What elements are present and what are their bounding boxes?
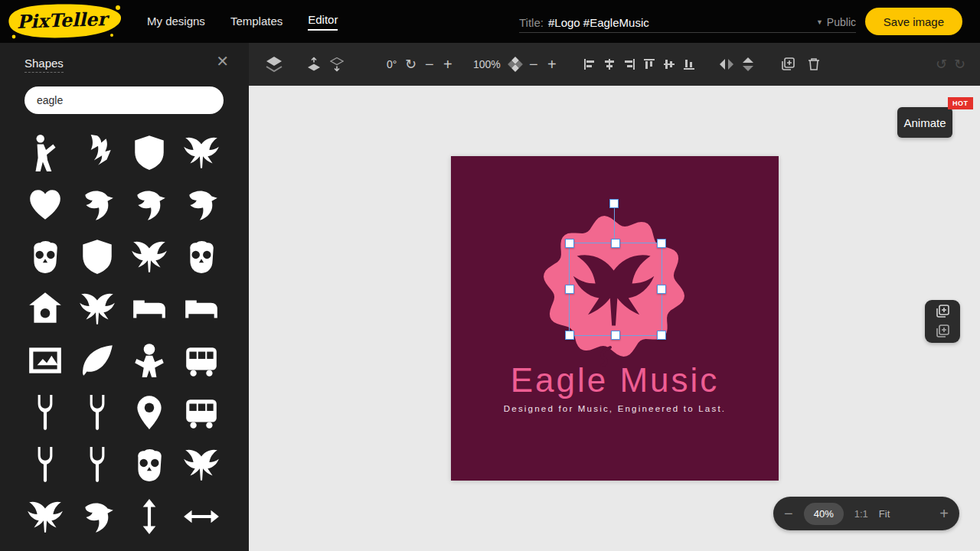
shape-eagle-claw[interactable] <box>75 130 119 174</box>
shape-owl-on-branch[interactable] <box>179 234 224 279</box>
visibility-dropdown[interactable]: ▼ Public <box>816 16 856 28</box>
flip-horizontal-icon[interactable] <box>719 57 734 71</box>
shape-eagle-head-sketch[interactable] <box>179 182 224 227</box>
nav-templates[interactable]: Templates <box>230 15 283 29</box>
align-right-icon[interactable] <box>622 57 636 71</box>
quick-copy-toolbar <box>925 300 960 343</box>
zoom-actual-size-button[interactable]: 1:1 <box>854 508 868 520</box>
shape-eagle-portrait[interactable] <box>23 234 67 279</box>
bring-forward-icon[interactable] <box>307 57 321 72</box>
resize-handle-n[interactable] <box>611 239 620 248</box>
shape-fireplace[interactable] <box>23 338 67 383</box>
shape-bus[interactable] <box>179 338 224 383</box>
rotation-decrease-icon[interactable]: − <box>425 56 434 73</box>
resize-handle-s[interactable] <box>611 331 620 340</box>
shape-eagle-heart[interactable] <box>23 182 67 227</box>
shape-soaring-eagle[interactable] <box>23 494 67 539</box>
nav-my-designs[interactable]: My designs <box>147 15 205 29</box>
visibility-label: Public <box>827 16 856 28</box>
shape-picture-frame[interactable] <box>23 546 67 551</box>
shape-vertical-arrows[interactable] <box>127 494 172 539</box>
artwork-title[interactable]: Eagle Music <box>451 361 779 399</box>
rotation-value: 0° <box>387 58 397 70</box>
align-middle-vertical-icon[interactable] <box>662 57 676 71</box>
send-backward-icon[interactable] <box>330 57 344 72</box>
undo-icon[interactable]: ↺ <box>936 56 947 73</box>
zoom-fit-button[interactable]: Fit <box>879 508 890 520</box>
zoom-out-icon[interactable]: − <box>784 505 793 523</box>
shape-eagle-head-emblem[interactable] <box>127 182 172 227</box>
rotation-connector-line <box>614 208 615 243</box>
opacity-increase-icon[interactable]: + <box>547 56 557 73</box>
align-top-icon[interactable] <box>642 57 656 71</box>
shape-cia-emblem[interactable] <box>75 234 119 279</box>
resize-handle-sw[interactable] <box>565 331 574 340</box>
close-panel-icon[interactable]: ✕ <box>216 54 229 69</box>
rotation-handle[interactable] <box>609 199 619 208</box>
resize-handle-se[interactable] <box>657 331 666 340</box>
caret-down-icon: ▼ <box>816 18 823 26</box>
shapes-panel-title: Shapes <box>24 57 64 73</box>
zoom-controls: − 40% 1:1 Fit + <box>773 497 959 530</box>
shape-feather[interactable] <box>75 338 119 383</box>
shape-eagle-shield[interactable] <box>127 130 172 174</box>
hot-badge: HOT <box>948 97 973 109</box>
shapes-panel: Shapes ✕ <box>0 43 249 551</box>
shape-bus-location-pin[interactable] <box>127 390 172 435</box>
zoom-level[interactable]: 40% <box>804 503 844 525</box>
shape-bird-cage[interactable] <box>75 546 119 551</box>
shape-double-bed[interactable] <box>127 286 172 331</box>
shape-heraldic-eagle[interactable] <box>179 130 224 174</box>
shape-angry-eagle-head[interactable] <box>75 182 119 227</box>
align-bottom-icon[interactable] <box>682 57 696 71</box>
layers-icon[interactable] <box>264 56 284 73</box>
redo-icon[interactable]: ↻ <box>954 56 965 73</box>
shape-ladder[interactable] <box>179 546 224 551</box>
resize-handle-e[interactable] <box>657 285 666 294</box>
pixteller-logo[interactable]: PixTeller <box>6 2 122 41</box>
shape-bus-stop-board[interactable] <box>179 390 224 435</box>
resize-handle-ne[interactable] <box>657 239 666 248</box>
shape-falconer[interactable] <box>23 130 67 174</box>
duplicate-icon[interactable] <box>780 57 795 72</box>
shape-garden-rake[interactable] <box>23 390 67 435</box>
design-title-input[interactable]: #Logo #EagleMusic <box>548 16 816 29</box>
flip-vertical-icon[interactable] <box>741 57 755 72</box>
nav-editor[interactable]: Editor <box>308 13 338 31</box>
align-center-horizontal-icon[interactable] <box>603 57 616 71</box>
resize-handle-nw[interactable] <box>565 239 574 248</box>
shape-results-grid <box>23 130 228 551</box>
shape-sausage-on-fork[interactable] <box>23 442 67 487</box>
logo-text: PixTeller <box>17 8 108 33</box>
artwork-tagline[interactable]: Designed for Music, Engineered to Last. <box>451 404 779 413</box>
shape-little-bird[interactable] <box>75 286 119 331</box>
opacity-value: 100% <box>473 58 501 70</box>
rotate-icon[interactable]: ↻ <box>405 56 416 73</box>
add-copy-icon[interactable] <box>935 304 950 319</box>
save-image-button[interactable]: Save image <box>865 8 962 35</box>
rotation-increase-icon[interactable]: + <box>443 56 452 73</box>
shape-owl[interactable] <box>127 442 172 487</box>
zoom-in-icon[interactable]: + <box>939 505 949 523</box>
shape-flying-eagle[interactable] <box>179 442 224 487</box>
delete-icon[interactable] <box>806 57 822 72</box>
shape-spaghetti-fork[interactable] <box>75 442 119 487</box>
shape-birdhouse[interactable] <box>23 286 67 331</box>
shape-bunk-bed[interactable] <box>179 286 224 331</box>
shape-window[interactable] <box>127 546 172 551</box>
shape-horizontal-arrows[interactable] <box>179 494 224 539</box>
shape-winged-emblem[interactable] <box>127 234 172 279</box>
canvas-area: Eagle Music Designed for Music, Engineer… <box>249 86 980 551</box>
shape-search-input[interactable] <box>24 86 224 114</box>
shape-slingshot[interactable] <box>75 390 119 435</box>
object-toolbar: 0° ↻ − + 100% − + <box>249 43 980 86</box>
resize-handle-w[interactable] <box>565 285 574 294</box>
opacity-decrease-icon[interactable]: − <box>529 56 538 73</box>
shape-gingerbread-man[interactable] <box>127 338 172 383</box>
add-copy-secondary-icon[interactable] <box>935 324 950 339</box>
opacity-icon[interactable] <box>507 56 524 73</box>
animate-button[interactable]: Animate <box>897 107 952 138</box>
title-label: Title: <box>519 16 544 29</box>
align-left-icon[interactable] <box>583 57 596 71</box>
shape-parrot[interactable] <box>75 494 119 539</box>
